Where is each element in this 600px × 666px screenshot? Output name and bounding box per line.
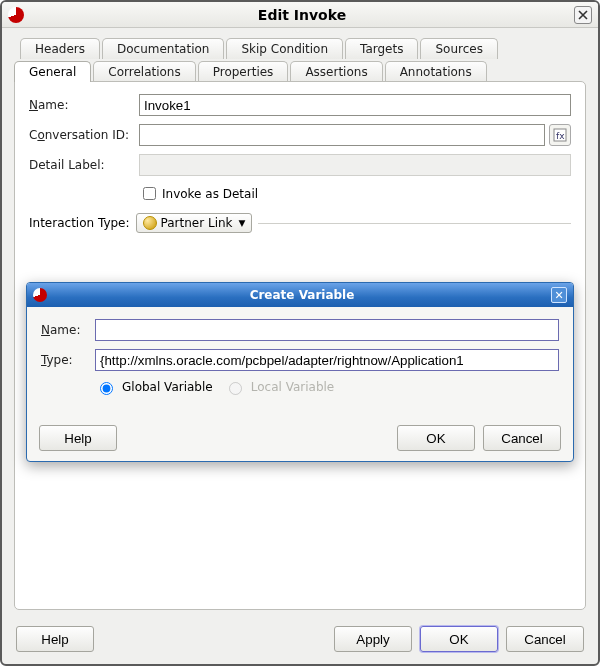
dialog-type-input[interactable] (95, 349, 559, 371)
local-variable-radio (229, 382, 242, 395)
window-title: Edit Invoke (30, 7, 574, 23)
dialog-type-label: Type: (41, 353, 95, 367)
tab-general[interactable]: General (14, 61, 91, 82)
dialog-body: Name: Type: Global Variable Local Variab… (27, 307, 573, 419)
dialog-cancel-button[interactable]: Cancel (483, 425, 561, 451)
ok-button[interactable]: OK (420, 626, 498, 652)
tab-targets[interactable]: Targets (345, 38, 418, 59)
dialog-type-row: Type: (41, 349, 559, 371)
edit-invoke-window: Edit Invoke Headers Documentation Skip C… (0, 0, 600, 666)
dialog-close-button[interactable]: ✕ (551, 287, 567, 303)
app-icon (8, 7, 24, 23)
invoke-detail-checkbox[interactable] (143, 187, 156, 200)
name-label: Name: (29, 98, 139, 112)
dialog-titlebar: Create Variable ✕ (27, 283, 573, 307)
expression-icon: fx (553, 128, 567, 142)
interaction-type-label: Interaction Type: (29, 216, 130, 230)
dialog-ok-button[interactable]: OK (397, 425, 475, 451)
interaction-type-row: Interaction Type: Partner Link ▼ (29, 213, 571, 233)
tab-row-upper: Headers Documentation Skip Condition Tar… (20, 38, 586, 59)
interaction-type-value: Partner Link (161, 216, 233, 230)
dialog-title: Create Variable (53, 288, 551, 302)
dialog-name-input[interactable] (95, 319, 559, 341)
cancel-button[interactable]: Cancel (506, 626, 584, 652)
invoke-detail-label: Invoke as Detail (162, 187, 258, 201)
titlebar: Edit Invoke (2, 2, 598, 28)
conversation-label: Conversation ID: (29, 128, 139, 142)
global-variable-radio[interactable] (100, 382, 113, 395)
conversation-row: Conversation ID: fx (29, 124, 571, 146)
interaction-type-combo[interactable]: Partner Link ▼ (136, 213, 253, 233)
dialog-scope-row: Global Variable Local Variable (95, 379, 559, 395)
conversation-input[interactable] (139, 124, 545, 146)
partner-link-icon (143, 216, 157, 230)
tab-annotations[interactable]: Annotations (385, 61, 487, 82)
tab-documentation[interactable]: Documentation (102, 38, 225, 59)
name-row: Name: (29, 94, 571, 116)
tab-properties[interactable]: Properties (198, 61, 289, 82)
dialog-app-icon (33, 288, 47, 302)
close-icon: ✕ (554, 289, 563, 302)
dialog-name-row: Name: (41, 319, 559, 341)
name-input[interactable] (139, 94, 571, 116)
create-variable-dialog: Create Variable ✕ Name: Type: Global Var… (26, 282, 574, 462)
window-footer: Help Apply OK Cancel (2, 618, 598, 664)
dialog-name-label: Name: (41, 323, 95, 337)
tab-row-lower: General Correlations Properties Assertio… (14, 61, 586, 82)
tab-correlations[interactable]: Correlations (93, 61, 195, 82)
conversation-browse-button[interactable]: fx (549, 124, 571, 146)
help-button[interactable]: Help (16, 626, 94, 652)
local-variable-label: Local Variable (251, 380, 335, 394)
detail-label: Detail Label: (29, 158, 139, 172)
invoke-detail-row: Invoke as Detail (139, 184, 571, 203)
tab-skip-condition[interactable]: Skip Condition (226, 38, 343, 59)
tab-assertions[interactable]: Assertions (290, 61, 382, 82)
tab-sources[interactable]: Sources (420, 38, 497, 59)
chevron-down-icon: ▼ (239, 218, 246, 228)
apply-button[interactable]: Apply (334, 626, 412, 652)
dialog-footer: Help OK Cancel (27, 419, 573, 461)
detail-input-disabled (139, 154, 571, 176)
detail-label-row: Detail Label: (29, 154, 571, 176)
window-body: Headers Documentation Skip Condition Tar… (2, 28, 598, 618)
svg-text:fx: fx (556, 131, 565, 141)
window-close-button[interactable] (574, 6, 592, 24)
global-variable-label: Global Variable (122, 380, 213, 394)
separator (258, 223, 571, 224)
close-icon (578, 10, 588, 20)
tab-headers[interactable]: Headers (20, 38, 100, 59)
dialog-help-button[interactable]: Help (39, 425, 117, 451)
